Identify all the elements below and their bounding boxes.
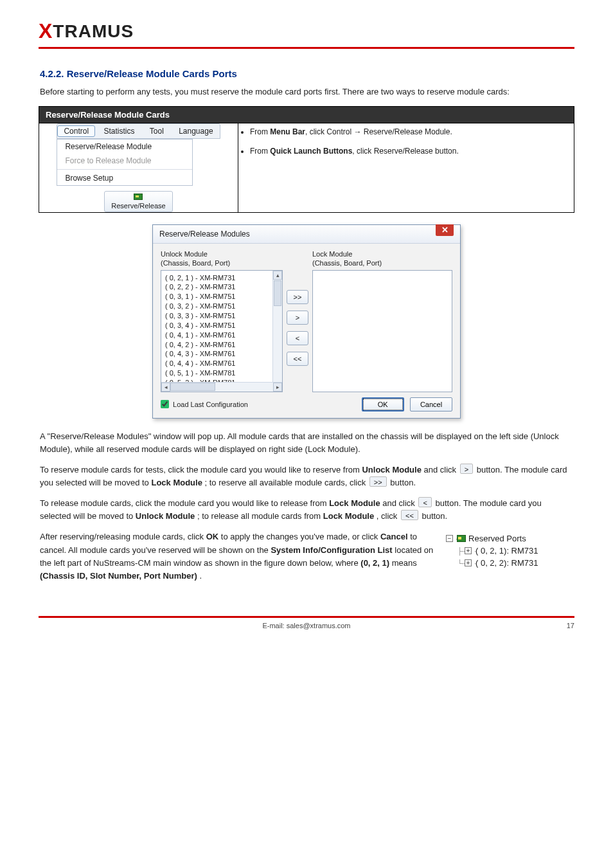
bullet-2-bold: Quick Launch Buttons	[270, 147, 352, 156]
tree-collapse-icon[interactable]: −	[446, 535, 453, 542]
lock-listbox[interactable]	[312, 270, 452, 392]
load-last-config-input[interactable]	[161, 400, 169, 408]
inline-chip-ltlt: <<	[401, 510, 418, 520]
menubar: Control Statistics Tool Language	[57, 123, 220, 139]
move-all-right-button[interactable]: >>	[287, 290, 308, 304]
intro-paragraph: Before starting to perform any tests, yo…	[40, 86, 573, 98]
cancel-button[interactable]: Cancel	[410, 397, 452, 411]
move-left-button[interactable]: <	[287, 331, 308, 345]
logo-rest: TRAMUS	[53, 21, 134, 41]
list-item[interactable]: ( 0, 2, 2 ) - XM-RM731	[165, 282, 281, 292]
menu-item-reserve-release[interactable]: Reserve/Release Module	[57, 140, 192, 154]
p3-g: Lock Module	[323, 511, 374, 521]
scroll-up-icon[interactable]: ▴	[273, 271, 282, 280]
paragraph-3: To release module cards, click the modul…	[40, 497, 573, 523]
tree-root-row[interactable]: −·Reserved Ports	[446, 533, 574, 545]
list-item[interactable]: ( 0, 3, 3 ) - XM-RM751	[165, 311, 281, 321]
p2-c: and click	[424, 465, 459, 475]
menu-item-browse-setup[interactable]: Browse Setup	[57, 171, 192, 185]
inline-chip-gt: >	[460, 464, 473, 474]
tree-expand-icon[interactable]: +	[465, 547, 472, 554]
feature-table: Reserve/Release Module Cards Control Sta…	[39, 106, 574, 213]
menu-control[interactable]: Control	[57, 125, 95, 137]
p4-b: OK	[206, 532, 219, 541]
p4-d: Cancel	[380, 532, 408, 541]
p4-h: (0, 2, 1)	[360, 558, 389, 568]
menu-tool[interactable]: Tool	[143, 125, 170, 137]
list-item[interactable]: ( 0, 2, 1 ) - XM-RM731	[165, 273, 281, 283]
bullet-2: From Quick Launch Buttons, click Reserve…	[250, 145, 574, 157]
tree-child-1-label: ( 0, 2, 1): RM731	[475, 546, 538, 556]
p3-f: ; to release all module cards from	[197, 511, 323, 521]
reserve-release-icon	[134, 194, 143, 200]
reserve-release-toolbar-button[interactable]: Reserve/Release	[104, 191, 172, 212]
p3-i: button.	[422, 511, 447, 521]
p4-i: means	[392, 558, 417, 568]
scroll-left-icon[interactable]: ◂	[161, 383, 170, 392]
unlock-listbox[interactable]: ( 0, 2, 1 ) - XM-RM731( 0, 2, 2 ) - XM-R…	[161, 270, 283, 392]
footer-page-number: 17	[567, 622, 574, 629]
transfer-buttons: >> > < <<	[287, 250, 308, 392]
p2-e: Lock Module	[151, 478, 202, 487]
reserve-release-toolbar-label: Reserve/Release	[111, 202, 165, 210]
scroll-thumb-h[interactable]	[170, 383, 215, 391]
menu-separator	[57, 169, 192, 170]
tree-line: ├··	[458, 547, 465, 555]
list-item[interactable]: ( 0, 4, 4 ) - XM-RM761	[165, 359, 281, 368]
dialog-close-button[interactable]: ✕	[436, 224, 454, 236]
unlock-header: Unlock Module (Chassis, Board, Port)	[161, 250, 283, 268]
footer-email: E-mail: sales@xtramus.com	[262, 622, 350, 629]
list-item[interactable]: ( 0, 3, 1 ) - XM-RM751	[165, 292, 281, 302]
move-all-left-button[interactable]: <<	[287, 352, 308, 366]
inline-chip-lt: <	[418, 497, 431, 507]
tree-root-label: Reserved Ports	[468, 534, 526, 543]
move-right-button[interactable]: >	[287, 311, 308, 325]
p2-a: To reserve module cards for tests, click…	[40, 465, 362, 475]
vertical-scrollbar[interactable]: ▴	[272, 271, 282, 383]
feature-table-image-cell: Control Statistics Tool Language Reserve…	[39, 123, 238, 213]
reserved-ports-tree: −·Reserved Ports ├··+·( 0, 2, 1): RM731 …	[446, 533, 574, 570]
list-item[interactable]: ( 0, 4, 2 ) - XM-RM761	[165, 340, 281, 350]
tree-child-1[interactable]: ├··+·( 0, 2, 1): RM731	[458, 545, 574, 557]
horizontal-scrollbar[interactable]: ◂ ▸	[161, 382, 282, 392]
paragraph-2: To reserve module cards for tests, click…	[40, 464, 573, 489]
p4-k: .	[200, 571, 202, 581]
tree-expand-icon[interactable]: +	[465, 559, 472, 566]
menu-item-force-release: Force to Release Module	[57, 154, 192, 168]
bullet-1-bold: Menu Bar	[270, 127, 305, 136]
logo-x: X	[39, 19, 53, 42]
feature-table-header: Reserve/Release Module Cards	[39, 107, 574, 123]
list-item[interactable]: ( 0, 4, 1 ) - XM-RM761	[165, 330, 281, 340]
scroll-right-icon[interactable]: ▸	[273, 383, 282, 392]
tree-child-2-label: ( 0, 2, 2): RM731	[475, 558, 538, 568]
menu-statistics[interactable]: Statistics	[97, 125, 141, 137]
dialog-title-text: Reserve/Release Modules	[159, 230, 250, 239]
list-item[interactable]: ( 0, 4, 3 ) - XM-RM761	[165, 349, 281, 359]
list-item[interactable]: ( 0, 3, 4 ) - XM-RM751	[165, 321, 281, 330]
load-last-config-checkbox[interactable]: Load Last Configuration	[161, 400, 248, 408]
menu-screenshot: Control Statistics Tool Language Reserve…	[57, 123, 220, 212]
control-dropdown: Reserve/Release Module Force to Release …	[57, 139, 193, 186]
load-last-config-label: Load Last Configuration	[173, 401, 248, 408]
page-footer: E-mail: sales@xtramus.com 17	[39, 622, 574, 629]
feature-table-text-cell: From Menu Bar, click Control → Reserve/R…	[238, 123, 574, 213]
header-divider	[39, 47, 574, 49]
p3-e: Unlock Module	[136, 511, 195, 521]
lock-column: Lock Module (Chassis, Board, Port)	[312, 250, 452, 392]
scroll-thumb[interactable]	[274, 280, 281, 306]
inline-chip-gtgt: >>	[369, 476, 387, 487]
bullet-2-prefix: From	[250, 147, 270, 156]
p4-c: to apply the changes you've made, or cli…	[221, 532, 380, 541]
reserve-release-dialog: Reserve/Release Modules ✕ Unlock Module …	[152, 224, 461, 419]
menu-language[interactable]: Language	[172, 125, 219, 137]
ok-button[interactable]: OK	[362, 397, 404, 411]
bullet-2-rest: , click Reserve/Release button.	[352, 147, 458, 156]
p2-g: button.	[390, 478, 416, 487]
list-item[interactable]: ( 0, 3, 2 ) - XM-RM751	[165, 302, 281, 311]
paragraph-1: A "Reserve/Release Modules" window will …	[40, 430, 573, 456]
brand-logo: XTRAMUS	[39, 19, 574, 43]
footer-divider	[39, 616, 574, 618]
section-heading: 4.2.2. Reserve/Release Module Cards Port…	[40, 68, 574, 79]
tree-child-2[interactable]: └··+·( 0, 2, 2): RM731	[458, 557, 574, 570]
list-item[interactable]: ( 0, 5, 1 ) - XM-RM781	[165, 368, 281, 378]
